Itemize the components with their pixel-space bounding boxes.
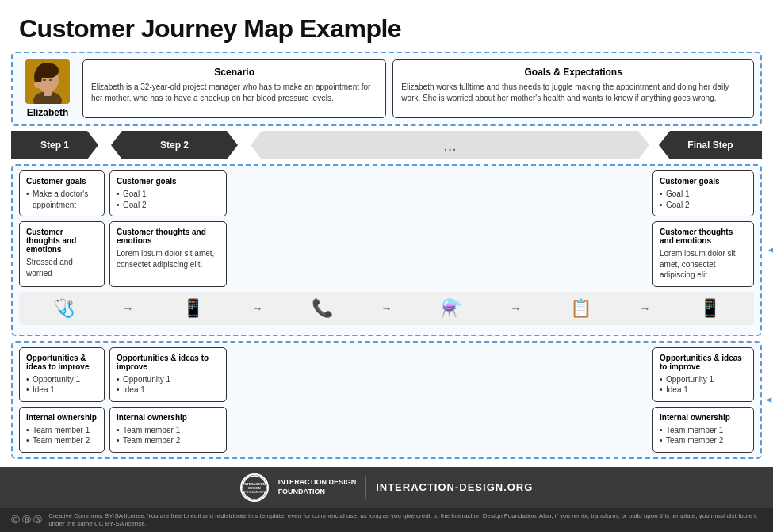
- page-title: Customer Journey Map Example: [19, 14, 754, 44]
- step1-member-2: Team member 2: [26, 435, 98, 446]
- final-opp-1: Opportunity 1: [660, 374, 747, 385]
- scenario-title: Scenario: [91, 67, 377, 78]
- opp-spacer: [232, 347, 648, 402]
- bottom-label: ◄ Bottom: [764, 394, 773, 405]
- step-middle: ...: [251, 131, 649, 159]
- footer-org-line1: INTERACTION DESIGN: [278, 478, 357, 488]
- step2-own-title: Internal ownership: [117, 413, 220, 422]
- final-goals-title: Customer goals: [660, 177, 747, 186]
- step2-opportunities-card: Opportunities & ideas to improve Opportu…: [109, 347, 227, 402]
- step2-goals-title: Customer goals: [117, 177, 220, 186]
- step1-opp-list: Opportunity 1 Idea 1: [26, 374, 98, 396]
- middle-label: ◄ Middle: [766, 244, 773, 255]
- avatar: [25, 59, 70, 104]
- final-opportunities-card: Opportunities & ideas to improve Opportu…: [652, 347, 754, 402]
- emotions-spacer: [232, 221, 648, 287]
- step2-own-list: Team member 1 Team member 2: [117, 425, 220, 446]
- final-emotions-text: Lorem ipsum dolor sit amet, consectet ad…: [660, 248, 747, 281]
- step1-label: Step 1: [40, 140, 69, 151]
- goals-spacer: [232, 170, 648, 216]
- final-own-title: Internal ownership: [660, 413, 747, 422]
- persona-box: Elizabeth: [19, 59, 76, 118]
- cc-icons: Ⓒ Ⓑ Ⓢ: [11, 514, 42, 526]
- arrow-3-icon: →: [381, 302, 392, 315]
- footer-url: INTERACTION-DESIGN.ORG: [376, 481, 533, 493]
- step1-member-1: Team member 1: [26, 425, 98, 436]
- arrow-4-icon: →: [511, 302, 522, 315]
- final-opp-list: Opportunity 1 Idea 1: [660, 374, 747, 396]
- step1-own-list: Team member 1 Team member 2: [26, 425, 98, 446]
- top-section: Top: [11, 52, 762, 126]
- footer-org-line2: FOUNDATION: [278, 488, 357, 497]
- steps-row: Step 1 Step 2 ... Final Step: [11, 131, 762, 159]
- footer-logo: INTERACTION DESIGN FOUNDATION: [240, 473, 269, 502]
- goals-box: Goals & Expectations Elizabeth works ful…: [392, 59, 754, 118]
- mortar-icon: ⚗️: [441, 298, 462, 319]
- middle-section: ◄ Middle Customer goals Make a doctor's …: [11, 164, 762, 336]
- step1-own-title: Internal ownership: [26, 413, 98, 422]
- page: Customer Journey Map Example Top: [0, 0, 773, 532]
- emotions-row: Customer thoughts and emotions Stressed …: [19, 221, 754, 287]
- step1-emotions-title: Customer thoughts and emotions: [26, 228, 98, 254]
- goals-title: Goals & Expectations: [401, 67, 745, 78]
- step1-opportunities-card: Opportunities & ideas to improve Opportu…: [19, 347, 105, 402]
- final-own-list: Team member 1 Team member 2: [660, 425, 747, 446]
- clipboard-icon: 📋: [570, 298, 591, 319]
- step1-ownership-card: Internal ownership Team member 1 Team me…: [19, 407, 105, 453]
- step2-opp-list: Opportunity 1 Idea 1: [117, 374, 220, 396]
- final-goals-card: Customer goals Goal 1 Goal 2: [652, 170, 754, 216]
- step1-goals-title: Customer goals: [26, 177, 98, 186]
- footer-cc: Ⓒ Ⓑ Ⓢ Creative Commons BY-SA license: Yo…: [0, 508, 773, 533]
- ownership-row: Internal ownership Team member 1 Team me…: [19, 407, 754, 453]
- step1-emotions-text: Stressed and worried: [26, 257, 98, 278]
- step2-opp-title: Opportunities & ideas to improve: [117, 354, 220, 371]
- step2-emotions-card: Customer thoughts and emotions Lorem ips…: [109, 221, 227, 287]
- step2-ownership-card: Internal ownership Team member 1 Team me…: [109, 407, 227, 453]
- final-member-2: Team member 2: [660, 435, 747, 446]
- step2-arrow: Step 2: [111, 131, 238, 159]
- step1-goals-card: Customer goals Make a doctor's appointme…: [19, 170, 105, 216]
- scenario-text: Elizabeth is a 32-year-old project manag…: [91, 82, 377, 104]
- arrow-5-icon: →: [640, 302, 651, 315]
- step2-emotions-title: Customer thoughts and emotions: [117, 228, 220, 245]
- scenario-box: Scenario Elizabeth is a 32-year-old proj…: [82, 59, 386, 118]
- step1-goal-1: Make a doctor's appointment: [26, 189, 98, 210]
- logo-svg: INTERACTION DESIGN FOUNDATION: [242, 475, 267, 500]
- step2-goals-card: Customer goals Goal 1 Goal 2: [109, 170, 227, 216]
- step1-opp-title: Opportunities & ideas to improve: [26, 354, 98, 371]
- final-member-1: Team member 1: [660, 425, 747, 436]
- step2-goal-1: Goal 1: [117, 189, 220, 200]
- main-content: Top: [0, 52, 773, 459]
- own-spacer: [232, 407, 648, 453]
- step2-opp-1: Opportunity 1: [117, 374, 220, 385]
- step-final-arrow: Final Step: [659, 131, 762, 159]
- footer-brand: INTERACTION DESIGN FOUNDATION INTERACTIO…: [0, 467, 773, 508]
- opportunities-row: Opportunities & ideas to improve Opportu…: [19, 347, 754, 402]
- step-middle-label: ...: [443, 136, 457, 155]
- final-emotions-card: Customer thoughts and emotions Lorem ips…: [652, 221, 754, 287]
- step2-goals-list: Goal 1 Goal 2: [117, 189, 220, 210]
- header: Customer Journey Map Example: [0, 0, 773, 52]
- step2-label: Step 2: [160, 140, 189, 151]
- step1-arrow: Step 1: [11, 131, 98, 159]
- phone-call-icon: 📞: [312, 298, 333, 319]
- final-emotions-title: Customer thoughts and emotions: [660, 228, 747, 245]
- step2-idea-1: Idea 1: [117, 385, 220, 396]
- step2-member-1: Team member 1: [117, 425, 220, 436]
- arrow-2-icon: →: [252, 302, 263, 315]
- step1-goals-list: Make a doctor's appointment: [26, 189, 98, 210]
- step2-emotions-text: Lorem ipsum dolor sit amet, consectet ad…: [117, 248, 220, 270]
- arrow-1-icon: →: [123, 302, 134, 315]
- phone-icon: 📱: [182, 298, 204, 319]
- stethoscope-icon: 🩺: [53, 298, 75, 319]
- final-opp-title: Opportunities & ideas to improve: [660, 354, 747, 371]
- bottom-section: ◄ Bottom Opportunities & ideas to improv…: [11, 341, 762, 459]
- persona-name: Elizabeth: [27, 107, 69, 118]
- goals-text: Elizabeth works fulltime and thus needs …: [401, 82, 745, 104]
- step1-idea-1: Idea 1: [26, 385, 98, 396]
- footer-divider: [365, 476, 366, 499]
- final-goals-list: Goal 1 Goal 2: [660, 189, 747, 210]
- step-final-label: Final Step: [687, 140, 733, 151]
- svg-text:FOUNDATION: FOUNDATION: [244, 490, 265, 494]
- step2-member-2: Team member 2: [117, 435, 220, 446]
